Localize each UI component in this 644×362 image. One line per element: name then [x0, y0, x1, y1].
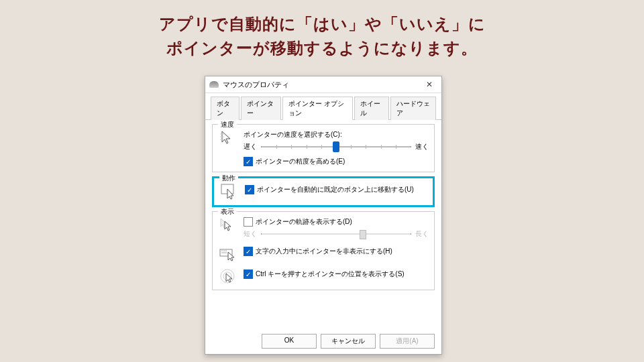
hide-typing-icon	[218, 245, 237, 261]
explanation-headline: アプリで自動的に「はい」や「いいえ」に ポインターが移動するようになります。	[0, 0, 644, 60]
ctrl-locate-icon	[218, 268, 237, 284]
tab-content: 速度 ポインターの速度を選択する(C): 遅く	[205, 120, 441, 290]
trails-label: ポインターの軌跡を表示する(D)	[256, 217, 352, 227]
hide-typing-checkbox[interactable]: ✓	[244, 247, 253, 256]
headline-line2: ポインターが移動するようになります。	[166, 39, 478, 57]
enhance-precision-label: ポインターの精度を高める(E)	[256, 157, 345, 166]
group-action: 動作 ✓ ポインターを自動的に既定のボタン上に移動する(U)	[212, 176, 435, 207]
titlebar: マウスのプロパティ ✕	[205, 76, 441, 93]
speed-slider-thumb[interactable]	[333, 141, 339, 152]
trails-long-label: 長く	[415, 229, 429, 239]
apply-button[interactable]: 適用(A)	[380, 334, 435, 349]
speed-fast-label: 速く	[415, 142, 429, 152]
tab-buttons[interactable]: ボタン	[211, 97, 239, 120]
trails-slider	[261, 233, 411, 235]
ctrl-locate-label: Ctrl キーを押すとポインターの位置を表示する(S)	[256, 269, 405, 279]
enhance-precision-checkbox[interactable]: ✓	[244, 157, 253, 166]
mouse-icon	[209, 81, 219, 88]
tab-pointer-options[interactable]: ポインター オプション	[282, 97, 353, 120]
close-button[interactable]: ✕	[421, 78, 437, 90]
group-action-label: 動作	[219, 174, 238, 183]
cancel-button[interactable]: キャンセル	[321, 334, 376, 349]
ok-button[interactable]: OK	[262, 334, 317, 349]
group-speed-label: 速度	[218, 120, 237, 129]
tabstrip: ボタン ポインター ポインター オプション ホイール ハードウェア	[205, 93, 441, 120]
group-display: 表示 ポインターの軌跡を表示する(D) 短く 長く	[212, 211, 435, 290]
headline-line1: アプリで自動的に「はい」や「いいえ」に	[159, 15, 486, 33]
tab-hardware[interactable]: ハードウェア	[390, 97, 437, 120]
group-display-label: 表示	[218, 207, 237, 217]
snap-to-icon	[219, 184, 238, 200]
dialog-buttons: OK キャンセル 適用(A)	[262, 334, 435, 349]
speed-caption: ポインターの速度を選択する(C):	[244, 130, 429, 139]
speed-cursor-icon	[218, 130, 237, 146]
tab-pointers[interactable]: ポインター	[241, 97, 281, 120]
snap-to-label: ポインターを自動的に既定のボタン上に移動する(U)	[257, 185, 414, 194]
mouse-properties-dialog: マウスのプロパティ ✕ ボタン ポインター ポインター オプション ホイール ハ…	[205, 76, 442, 355]
trails-checkbox[interactable]	[244, 217, 253, 227]
snap-to-checkbox[interactable]: ✓	[245, 185, 254, 194]
hide-typing-label: 文字の入力中にポインターを非表示にする(H)	[256, 247, 392, 256]
speed-slow-label: 遅く	[244, 142, 257, 152]
group-speed: 速度 ポインターの速度を選択する(C): 遅く	[212, 124, 435, 172]
dialog-title: マウスのプロパティ	[223, 80, 421, 90]
trails-icon	[218, 217, 237, 233]
ctrl-locate-checkbox[interactable]: ✓	[244, 269, 253, 279]
trails-short-label: 短く	[244, 229, 257, 239]
trails-slider-thumb	[360, 230, 366, 239]
speed-slider[interactable]	[261, 146, 411, 147]
tab-wheel[interactable]: ホイール	[354, 97, 389, 120]
